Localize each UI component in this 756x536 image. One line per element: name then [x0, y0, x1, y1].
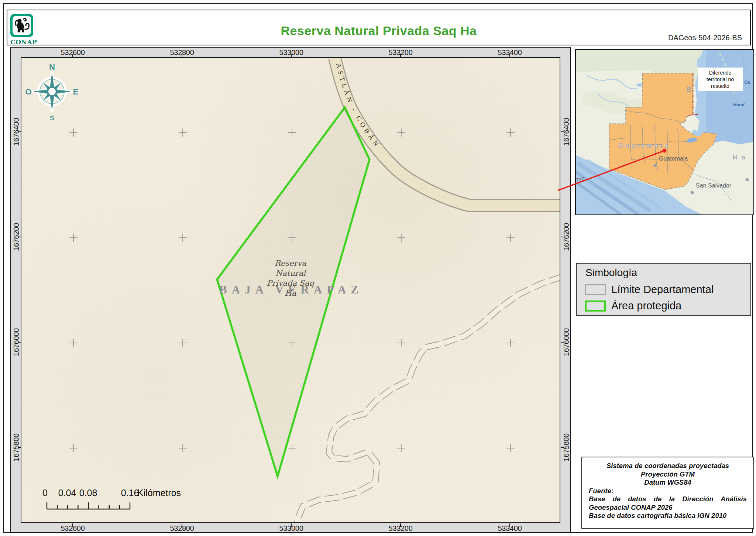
compass-rose-icon: N S O E: [24, 62, 85, 125]
grid-tick: [18, 131, 21, 132]
grid-tick: [509, 54, 510, 58]
legend-item-label: Límite Departamental: [611, 284, 714, 296]
country-label: Guatemala: [605, 142, 683, 150]
credits-box: Sistema de coordenadas proyectadas Proye…: [581, 457, 754, 529]
legend-item-label: Área protegida: [611, 300, 681, 312]
scale-tick-label: 0.08: [79, 488, 97, 498]
grid-tick: [400, 54, 401, 58]
gulf-label-fragment2: Gu: [744, 80, 750, 85]
source-line-2: Base de datos cartografía básica IGN 201…: [589, 512, 747, 520]
capital-city-label: Guatemala: [659, 155, 688, 162]
gulf-label-fragment: Hond: [733, 102, 745, 107]
grid-tick: [561, 237, 564, 237]
svg-text:N: N: [49, 62, 55, 72]
legend: Simbología Límite Departamental Área pro…: [576, 263, 751, 316]
document-code: DAGeos-504-2026-BS: [668, 34, 742, 42]
protected-area-swatch: [585, 300, 606, 312]
departmental-boundary-swatch: [585, 284, 606, 295]
svg-text:E: E: [73, 87, 79, 96]
map-document-page: CONAP Reserva Natural Privada Saq Ha DAG…: [0, 0, 756, 536]
grid-tick: [561, 342, 564, 343]
grid-tick: [561, 447, 564, 448]
header: CONAP Reserva Natural Privada Saq Ha DAG…: [7, 10, 751, 45]
datum-line: Datum WGS84: [589, 478, 747, 487]
scale-bar-ticks: [42, 499, 138, 511]
honduras-label-fragment: H o: [733, 154, 747, 161]
san-salvador-label: San Salvador: [696, 182, 731, 189]
trail: [297, 277, 560, 523]
grid-tick: [291, 523, 292, 527]
svg-text:O: O: [25, 87, 31, 96]
main-map[interactable]: ASTLÁN - COBÁN: [21, 57, 560, 523]
department-name-label: BAJA VERAPAZ: [181, 283, 402, 296]
scale-unit-label: Kilómetros: [137, 488, 181, 498]
conap-wordmark: CONAP: [10, 38, 33, 46]
source-line-1: Base de datos de la Dirección Análisis G…: [589, 495, 747, 512]
crs-line: Sistema de coordenadas proyectadas: [589, 462, 747, 470]
projection-line: Proyección GTM: [589, 470, 747, 479]
grid-tick: [72, 523, 73, 527]
grid-tick: [509, 523, 510, 527]
reserve-label-line: Natural: [254, 268, 327, 278]
grid-tick: [72, 54, 73, 58]
legend-title: Simbología: [585, 267, 637, 279]
page-title: Reserva Natural Privada Saq Ha: [7, 24, 750, 38]
scale-tick-label: 0: [42, 488, 48, 498]
grid-tick: [18, 447, 21, 448]
belize-label-fragment: B: [687, 86, 691, 94]
grid-tick: [182, 54, 182, 58]
reserve-label-line: Reserva: [254, 258, 327, 268]
territorial-note: Diferendo territorial no resuelto: [698, 68, 743, 91]
grid-tick: [182, 523, 182, 527]
source-heading: Fuente:: [589, 487, 747, 495]
scale-tick-label: 0.04: [58, 488, 76, 498]
grid-tick: [561, 131, 564, 132]
map-frame: ASTLÁN - COBÁN: [10, 47, 571, 533]
grid-tick: [400, 523, 401, 527]
grid-tick: [18, 237, 21, 237]
grid-tick: [291, 54, 292, 58]
grid-tick: [18, 342, 21, 343]
scale-bar: 0 0.04 0.08 0.16 Kilómetros: [42, 488, 190, 511]
scale-tick-label: 0.16: [121, 488, 139, 498]
svg-text:S: S: [50, 114, 54, 122]
